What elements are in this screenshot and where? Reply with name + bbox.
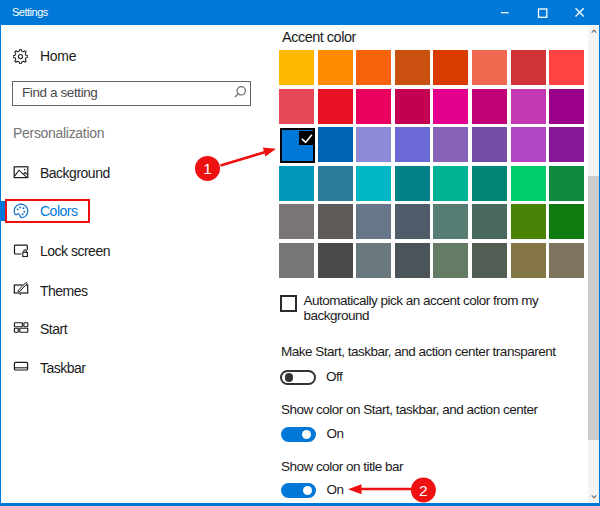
svg-text:1: 1 <box>203 160 212 177</box>
svg-text:2: 2 <box>419 482 428 499</box>
